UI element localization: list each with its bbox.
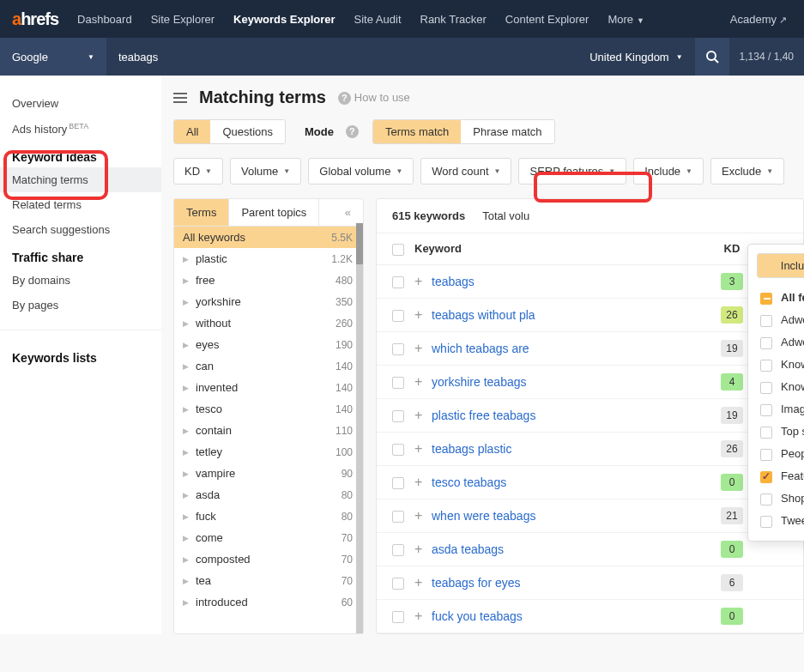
country-select[interactable]: United Kingdom▼ [577, 51, 694, 64]
nav-dashboard[interactable]: Dashboard [69, 3, 141, 36]
sidebar-related-terms[interactable]: Related terms [12, 192, 149, 217]
sidebar-by-pages[interactable]: By pages [12, 293, 149, 318]
filter-global-volume[interactable]: Global volume▼ [308, 158, 414, 185]
keyword-link[interactable]: tesco teabags [432, 475, 710, 489]
term-row[interactable]: ▶eyes190 [174, 334, 363, 355]
nav-site-audit[interactable]: Site Audit [346, 3, 410, 36]
nav-academy[interactable]: Academy↗ [722, 3, 795, 36]
filter-volume[interactable]: Volume▼ [230, 158, 301, 185]
expand-icon[interactable]: + [414, 307, 432, 323]
row-checkbox[interactable] [392, 410, 404, 422]
term-row[interactable]: ▶without260 [174, 312, 363, 334]
row-checkbox[interactable] [392, 276, 404, 288]
sidebar-matching-terms[interactable]: Matching terms [0, 167, 161, 192]
expand-icon[interactable]: + [414, 608, 432, 624]
term-row[interactable]: ▶yorkshire350 [174, 291, 363, 312]
search-button[interactable] [695, 38, 729, 76]
row-checkbox[interactable] [392, 444, 404, 456]
expand-icon[interactable]: + [414, 441, 432, 457]
toggle-all[interactable]: All [174, 120, 210, 143]
filter-serp-features[interactable]: SERP features▼ [518, 158, 626, 185]
keyword-link[interactable]: which teabags are [432, 342, 710, 355]
row-checkbox[interactable] [392, 377, 404, 389]
expand-icon[interactable]: + [414, 408, 432, 423]
expand-icon[interactable]: + [414, 575, 432, 590]
all-keywords-row[interactable]: All keywords 5.5K [174, 227, 363, 248]
term-row[interactable]: ▶free480 [174, 269, 363, 291]
engine-select[interactable]: Google▼ [0, 38, 106, 76]
how-to-use-link[interactable]: ?How to use [338, 91, 410, 105]
filter-exclude[interactable]: Exclude▼ [710, 158, 784, 185]
tab-terms[interactable]: Terms [174, 199, 229, 226]
sidebar-by-domains[interactable]: By domains [12, 268, 149, 293]
sidebar-overview[interactable]: Overview [12, 91, 149, 116]
row-checkbox[interactable] [392, 544, 404, 556]
toggle-phrase-match[interactable]: Phrase match [461, 120, 553, 143]
select-all-checkbox[interactable] [392, 244, 404, 256]
term-row[interactable]: ▶composted70 [174, 548, 363, 570]
serp-feature-option[interactable]: Knowledge panel [757, 376, 804, 398]
expand-icon[interactable]: + [414, 542, 432, 557]
serp-feature-option[interactable]: Knowledge card [757, 354, 804, 376]
nav-rank-tracker[interactable]: Rank Tracker [412, 3, 495, 36]
term-row[interactable]: ▶tetley100 [174, 441, 363, 463]
term-row[interactable]: ▶plastic1.2K [174, 248, 363, 269]
row-checkbox[interactable] [392, 578, 404, 590]
expand-icon[interactable]: + [414, 475, 432, 490]
row-checkbox[interactable] [392, 511, 404, 523]
serp-feature-option[interactable]: Image pack [757, 398, 804, 421]
hamburger-icon[interactable] [173, 90, 187, 106]
dropdown-tab-include[interactable]: Include [758, 254, 804, 277]
keyword-link[interactable]: when were teabags [432, 509, 710, 523]
help-icon[interactable]: ? [346, 125, 359, 138]
collapse-panel-icon[interactable]: « [333, 199, 363, 226]
keyword-link[interactable]: yorkshire teabags [432, 375, 710, 389]
nav-site-explorer[interactable]: Site Explorer [142, 3, 223, 36]
keyword-link[interactable]: teabags plastic [432, 442, 710, 456]
serp-feature-option[interactable]: Tweet [757, 510, 804, 532]
sidebar-search-suggestions[interactable]: Search suggestions [12, 217, 149, 242]
serp-feature-option[interactable]: Featured snippet [757, 465, 804, 487]
term-row[interactable]: ▶tea70 [174, 570, 363, 591]
nav-content-explorer[interactable]: Content Explorer [497, 3, 598, 36]
row-checkbox[interactable] [392, 611, 404, 623]
nav-keywords-explorer[interactable]: Keywords Explorer [225, 3, 344, 36]
expand-icon[interactable]: + [414, 374, 432, 390]
term-row[interactable]: ▶fuck80 [174, 506, 363, 527]
term-row[interactable]: ▶contain110 [174, 420, 363, 441]
term-row[interactable]: ▶invented140 [174, 377, 363, 398]
serp-feature-option[interactable]: Adwords top [757, 309, 804, 331]
row-checkbox[interactable] [392, 477, 404, 489]
expand-icon[interactable]: + [414, 341, 432, 356]
expand-icon[interactable]: + [414, 274, 432, 289]
filter-kd[interactable]: KD▼ [173, 158, 223, 185]
tab-parent-topics[interactable]: Parent topics [229, 199, 319, 226]
keyword-input[interactable] [106, 38, 577, 76]
serp-feature-option[interactable]: People also ask [757, 443, 804, 465]
serp-feature-option[interactable]: Top stories [757, 421, 804, 443]
keyword-link[interactable]: plastic free teabags [432, 409, 710, 422]
serp-feature-option[interactable]: Shopping results [757, 487, 804, 510]
row-checkbox[interactable] [392, 310, 404, 322]
expand-icon[interactable]: + [414, 508, 432, 524]
keyword-link[interactable]: fuck you teabags [432, 609, 710, 623]
scrollbar[interactable] [356, 223, 363, 633]
toggle-terms-match[interactable]: Terms match [373, 120, 461, 143]
row-checkbox[interactable] [392, 343, 404, 355]
term-row[interactable]: ▶come70 [174, 527, 363, 548]
keyword-link[interactable]: teabags without pla [432, 308, 710, 322]
term-row[interactable]: ▶can140 [174, 355, 363, 377]
serp-feature-option[interactable]: Adwords bottom [757, 331, 804, 354]
filter-word-count[interactable]: Word count▼ [420, 158, 511, 185]
logo[interactable]: ahrefs [12, 9, 58, 29]
term-row[interactable]: ▶tesco140 [174, 398, 363, 420]
toggle-questions[interactable]: Questions [210, 120, 285, 143]
th-keyword[interactable]: Keyword [414, 242, 710, 255]
term-row[interactable]: ▶vampire90 [174, 463, 363, 484]
term-row[interactable]: ▶asda80 [174, 484, 363, 506]
sidebar-ads-history[interactable]: Ads historyBETA [12, 116, 149, 142]
term-row[interactable]: ▶introduced60 [174, 591, 363, 613]
nav-more[interactable]: More▼ [599, 3, 653, 36]
keyword-link[interactable]: asda teabags [432, 542, 710, 556]
keyword-link[interactable]: teabags for eyes [432, 576, 710, 590]
